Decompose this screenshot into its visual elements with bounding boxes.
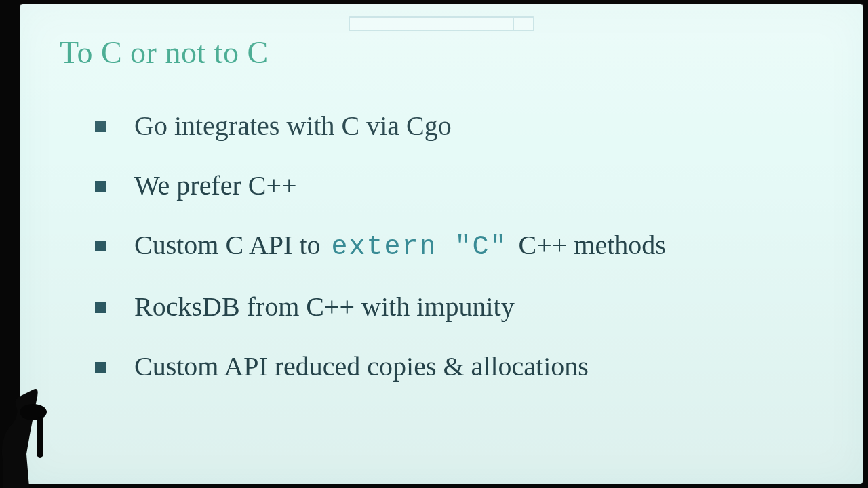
slide-bullet-list: Go integrates with C via Cgo We prefer C… bbox=[95, 109, 835, 409]
list-item: Custom C API to extern "C" C++ methods bbox=[95, 228, 835, 264]
bullet-text: C++ methods bbox=[512, 230, 666, 260]
bullet-text: RocksDB from C++ with impunity bbox=[134, 291, 515, 322]
bullet-text: Go integrates with C via Cgo bbox=[134, 110, 452, 141]
list-item: Custom API reduced copies & allocations bbox=[95, 350, 835, 384]
video-frame: To C or not to C Go integrates with C vi… bbox=[0, 0, 868, 488]
list-item: RocksDB from C++ with impunity bbox=[95, 290, 835, 324]
slide-title: To C or not to C bbox=[60, 35, 269, 70]
list-item: We prefer C++ bbox=[95, 169, 835, 203]
bullet-text: Custom API reduced copies & allocations bbox=[134, 351, 589, 382]
list-item: Go integrates with C via Cgo bbox=[95, 109, 835, 143]
projector-ui-overlay bbox=[349, 16, 534, 31]
bullet-text: We prefer C++ bbox=[134, 170, 297, 201]
code-span: extern "C" bbox=[328, 232, 512, 262]
bullet-text: Custom C API to bbox=[134, 230, 328, 260]
projected-slide: To C or not to C Go integrates with C vi… bbox=[20, 4, 863, 484]
